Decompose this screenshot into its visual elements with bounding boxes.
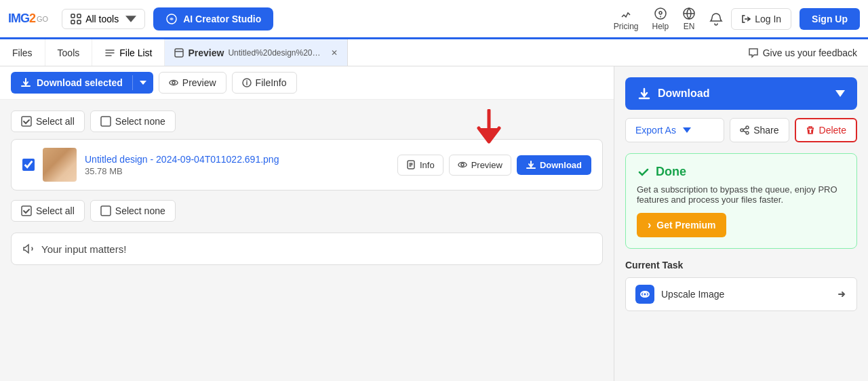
preview-button[interactable]: Preview: [159, 72, 226, 94]
signup-button[interactable]: Sign Up: [800, 8, 860, 30]
download-right-icon: [637, 87, 651, 100]
download-file-button[interactable]: Download: [517, 155, 591, 175]
file-items-container: Untitled design - 2024-09-04T011022.691.…: [11, 139, 603, 197]
file-actions: Info Preview: [397, 155, 591, 176]
preview-btn-label: Preview: [182, 77, 216, 88]
preview-file-button[interactable]: Preview: [449, 155, 511, 176]
select-all-bottom-button[interactable]: Select all: [11, 200, 85, 222]
info-icon: [242, 78, 252, 87]
export-as-button[interactable]: Export As: [625, 118, 724, 142]
export-as-label: Export As: [635, 125, 676, 136]
preview-filename: Untitled%20design%20-%20%20...: [228, 48, 323, 58]
fileinfo-button[interactable]: FileInfo: [232, 72, 297, 94]
share-button[interactable]: Share: [730, 118, 789, 142]
current-task-left: Upscale Image: [635, 285, 724, 304]
right-panel: Download Export As Share: [614, 66, 868, 381]
logo-go: GO: [37, 15, 48, 23]
select-all-top-button[interactable]: Select all: [11, 111, 85, 132]
globe-icon: [682, 7, 696, 20]
current-task-title: Current Task: [625, 260, 857, 270]
list-icon: [104, 47, 115, 58]
current-task-section: Current Task Upscale Image: [625, 260, 857, 311]
toolbar: Download selected Preview FileInfo: [0, 66, 614, 100]
delete-label: Delete: [819, 125, 846, 136]
feedback-icon: [748, 47, 759, 58]
login-button[interactable]: Log In: [731, 8, 791, 30]
bottom-select-row: Select all Select none: [11, 200, 603, 222]
eye-task-icon: [639, 289, 650, 300]
select-none-bottom-button[interactable]: Select none: [90, 200, 176, 222]
signup-label: Sign Up: [812, 14, 848, 24]
help-label: Help: [652, 22, 669, 31]
get-premium-button[interactable]: › Get Premium: [637, 213, 726, 237]
info-btn-label: Info: [420, 160, 435, 170]
ai-icon: [165, 13, 178, 25]
info-file-icon: [406, 160, 416, 169]
checkbox-empty-icon-top: [100, 116, 111, 127]
svg-rect-3: [77, 20, 81, 24]
export-chevron-icon: [683, 127, 691, 133]
feedback-label: Give us your feedback: [763, 47, 857, 58]
all-tools-button[interactable]: All tools: [62, 9, 145, 29]
second-nav: Files Tools File List Preview Untitled%2…: [0, 39, 868, 66]
files-nav-item[interactable]: Files: [0, 39, 45, 66]
left-panel: Download selected Preview FileInfo: [0, 66, 614, 381]
preview-file-btn-label: Preview: [471, 160, 502, 170]
file-list-nav-item[interactable]: File List: [92, 39, 165, 66]
pricing-icon: [619, 7, 633, 20]
download-selected-button[interactable]: Download selected: [11, 72, 153, 94]
svg-rect-1: [77, 14, 81, 18]
files-label: Files: [12, 47, 33, 58]
download-file-icon: [526, 160, 536, 169]
megaphone-icon: [22, 243, 35, 255]
download-selected-icon: [20, 77, 31, 88]
help-icon: [654, 7, 667, 20]
svg-rect-0: [71, 14, 75, 18]
download-selected-label: Download selected: [37, 77, 123, 88]
main-layout: Download selected Preview FileInfo: [0, 66, 868, 381]
file-info: Untitled design - 2024-09-04T011022.691.…: [85, 154, 389, 176]
right-download-button[interactable]: Download: [625, 77, 857, 110]
right-actions: Export As Share Delete: [625, 118, 857, 142]
tools-nav-item[interactable]: Tools: [45, 39, 93, 66]
select-none-bottom-label: Select none: [115, 205, 165, 216]
preview-tab[interactable]: Preview Untitled%20design%20-%20%20... ✕: [165, 39, 348, 66]
help-link[interactable]: Help: [652, 7, 669, 31]
login-label: Log In: [755, 14, 781, 24]
your-input-label: Your input matters!: [41, 243, 126, 255]
preview-tab-label: Preview: [188, 47, 224, 58]
file-checkbox[interactable]: [22, 159, 35, 171]
share-icon: [740, 125, 749, 135]
info-button[interactable]: Info: [397, 155, 443, 176]
language-selector[interactable]: EN: [682, 7, 696, 31]
pricing-link[interactable]: Pricing: [614, 7, 639, 31]
select-none-top-button[interactable]: Select none: [90, 111, 176, 132]
language-label: EN: [684, 22, 695, 31]
download-selected-arrow[interactable]: [132, 75, 153, 90]
current-task-item[interactable]: Upscale Image: [625, 277, 857, 311]
tools-label: Tools: [58, 47, 80, 58]
fileinfo-btn-label: FileInfo: [256, 77, 287, 88]
file-name-link[interactable]: Untitled design - 2024-09-04T011022.691.…: [85, 154, 389, 165]
ai-creator-studio-button[interactable]: AI Creator Studio: [153, 7, 273, 31]
file-item: Untitled design - 2024-09-04T011022.691.…: [11, 139, 603, 190]
checkbox-checked-icon: [21, 116, 32, 127]
done-card: Done Get a subscription to bypass the qu…: [625, 153, 857, 249]
feedback-link[interactable]: Give us your feedback: [737, 47, 868, 58]
bell-icon: [709, 12, 723, 26]
share-label: Share: [753, 125, 778, 136]
top-nav: IMG2 GO All tools AI Creator Studio Pric…: [0, 0, 868, 39]
check-icon: [637, 165, 650, 179]
notifications-icon[interactable]: [709, 12, 723, 26]
your-input-bar[interactable]: Your input matters!: [11, 233, 603, 265]
file-thumbnail: [43, 148, 77, 182]
all-tools-label: All tools: [85, 14, 119, 24]
upscale-image-label: Upscale Image: [661, 289, 724, 300]
pricing-label: Pricing: [614, 22, 639, 31]
select-all-bottom-label: Select all: [36, 205, 75, 216]
svg-point-22: [644, 293, 647, 296]
arrow-right-icon: [836, 289, 847, 300]
preview-tab-close[interactable]: ✕: [331, 48, 338, 58]
logo[interactable]: IMG2 GO: [8, 12, 48, 26]
delete-button[interactable]: Delete: [795, 118, 857, 142]
